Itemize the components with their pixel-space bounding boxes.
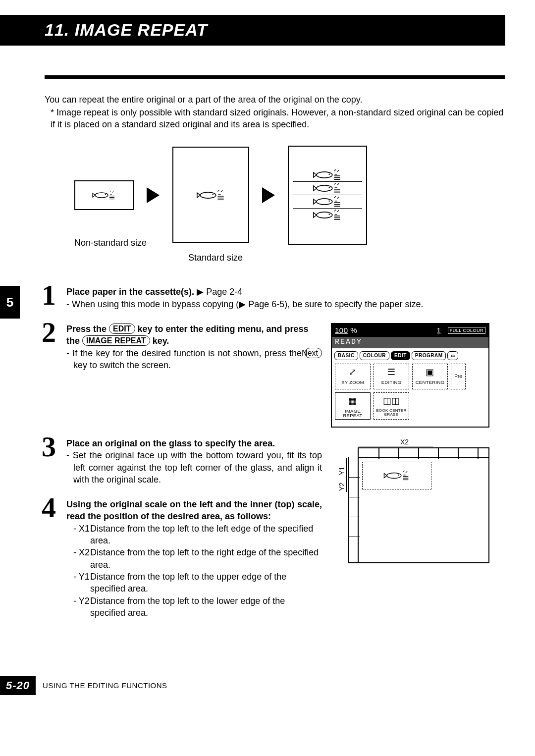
step1-ref: Page 2-4 [206,287,242,297]
arrow-right-icon [262,187,275,203]
step-number: 1 [42,281,56,310]
panel-tab-colour[interactable]: COLOUR [360,351,389,360]
intro-text: You can repeat the entire original or a … [45,94,505,131]
selection-area [362,462,431,489]
illus-output [288,146,367,245]
arrow-right-icon [147,187,160,203]
fish-icon [303,196,352,207]
chapter-tab: 5 [0,286,20,319]
step-number: 2 [42,318,56,347]
step4-title: Using the original scale on the left and… [66,498,322,523]
fish-icon [186,190,236,201]
footer-section: USING THE EDITING FUNCTIONS [43,681,167,691]
intro-line-1: You can repeat the entire original or a … [45,94,505,106]
fish-icon [303,183,352,194]
caption-standard: Standard size [188,252,505,264]
caption-nonstandard: Non-standard size [74,237,163,249]
step-1: 1 Place paper in the cassette(s). ▶ Page… [45,286,505,310]
panel-btn-bookerase[interactable]: ◫◫BOOK CENTER ERASE [374,392,409,420]
fish-icon [377,471,417,481]
fish-icon [303,169,352,180]
step-4: 4 Using the original scale on the left a… [45,498,322,619]
panel-btn-xyzoom[interactable]: ⤢XY ZOOM [335,364,371,389]
edit-key: EDIT [109,324,135,334]
panel-mode: FULL COLOUR [448,327,485,334]
fish-icon [87,191,121,200]
step1-title: Place paper in the cassette(s). [66,287,194,297]
intro-note: * Image repeat is only possible with sta… [51,107,505,131]
step-number: 4 [42,493,56,522]
page-header: 11. IMAGE REPEAT [0,15,505,46]
header-rule [45,75,505,79]
panel-tab-basic[interactable]: BASIC [334,351,358,360]
illus-nonstandard [74,180,134,210]
fish-icon [303,210,352,220]
panel-ready: READY [332,337,488,348]
pointer-icon: ▶ [239,299,248,309]
lcd-panel-figure: 100 % 1 FULL COLOUR READY BASIC COLOUR E… [331,323,489,428]
page-number: 5-20 [0,676,36,695]
page-footer: 5-20 USING THE EDITING FUNCTIONS [0,676,505,695]
panel-tab-toolbox-icon[interactable]: ▭ [447,351,458,360]
panel-tab-program[interactable]: PROGRAM [412,351,446,360]
panel-tab-edit[interactable]: EDIT [391,351,410,360]
panel-btn-editing[interactable]: ☰EDITING [374,364,409,389]
step-2: 2 Press the EDIT key to enter the editin… [45,323,322,371]
panel-count: 1 [437,326,441,335]
step-number: 3 [42,432,56,461]
coord-list: - X1Distance from the top left to the le… [66,523,322,619]
glass-diagram: X2 ↤X1 Y1 Y2 [331,437,489,571]
illus-standard [172,147,249,243]
pointer-icon: ▶ [197,287,206,297]
panel-zoom: 100 [335,326,348,334]
image-repeat-key: IMAGE REPEAT [82,335,150,346]
panel-btn-pre[interactable]: Pre [451,364,466,389]
panel-btn-imagerepeat[interactable]: ▦IMAGE REPEAT [335,392,371,420]
step3-title: Place an original on the glass to specif… [66,437,322,449]
step-3: 3 Place an original on the glass to spec… [45,437,322,486]
next-key: Next [305,348,322,358]
illustration-row [74,146,505,245]
panel-btn-centering[interactable]: ▣CENTERING [412,364,448,389]
page-title: 11. IMAGE REPEAT [45,19,505,42]
